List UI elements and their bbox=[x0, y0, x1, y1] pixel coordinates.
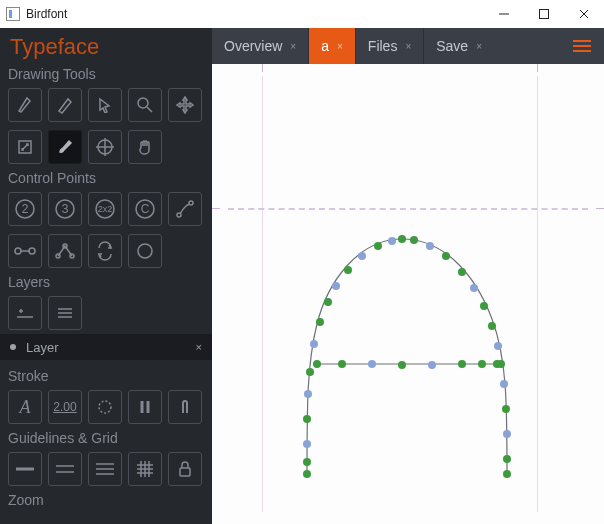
svg-rect-38 bbox=[180, 468, 190, 476]
close-icon[interactable]: × bbox=[405, 41, 411, 52]
cp-cubic[interactable]: 3 bbox=[48, 192, 82, 226]
layer-close-icon[interactable]: × bbox=[196, 341, 202, 353]
brand-title: Typeface bbox=[0, 28, 212, 64]
tab-save[interactable]: Save× bbox=[423, 28, 494, 64]
add-layer[interactable] bbox=[8, 296, 42, 330]
cp-reverse[interactable] bbox=[88, 234, 122, 268]
pointer-tool[interactable] bbox=[88, 88, 122, 122]
close-icon[interactable]: × bbox=[337, 41, 343, 52]
section-layers: Layers bbox=[0, 272, 212, 292]
guide-vertical bbox=[262, 76, 263, 512]
stroke-width-field[interactable]: 2.00 bbox=[48, 390, 82, 424]
svg-point-16 bbox=[15, 248, 21, 254]
app-icon bbox=[6, 7, 20, 21]
svg-point-4 bbox=[138, 98, 148, 108]
titlebar: Birdfont bbox=[0, 0, 604, 28]
svg-line-5 bbox=[147, 107, 152, 112]
move-tool[interactable] bbox=[168, 88, 202, 122]
glyph-canvas[interactable] bbox=[212, 64, 604, 524]
cp-convert[interactable]: C bbox=[128, 192, 162, 226]
stroke-cap-butt[interactable] bbox=[128, 390, 162, 424]
layer-row[interactable]: Layer × bbox=[0, 334, 212, 360]
glyph-path[interactable] bbox=[272, 204, 532, 508]
minimize-button[interactable] bbox=[484, 0, 524, 28]
layer-name: Layer bbox=[26, 340, 59, 355]
target-tool[interactable] bbox=[88, 130, 122, 164]
content-area: Overview× a× Files× Save× bbox=[212, 28, 604, 524]
section-guidelines: Guidelines & Grid bbox=[0, 428, 212, 448]
tab-bar: Overview× a× Files× Save× bbox=[212, 28, 604, 64]
close-icon[interactable]: × bbox=[476, 41, 482, 52]
pen-tool[interactable] bbox=[8, 88, 42, 122]
section-zoom: Zoom bbox=[0, 490, 212, 510]
svg-point-29 bbox=[99, 401, 111, 413]
cp-circle[interactable] bbox=[128, 234, 162, 268]
stroke-cap-round[interactable] bbox=[88, 390, 122, 424]
cp-linear[interactable] bbox=[8, 234, 42, 268]
guide-grid[interactable] bbox=[128, 452, 162, 486]
stroke-toggle[interactable]: A bbox=[8, 390, 42, 424]
guide-vertical bbox=[537, 76, 538, 512]
svg-point-18 bbox=[29, 248, 35, 254]
layer-list[interactable] bbox=[48, 296, 82, 330]
tab-files[interactable]: Files× bbox=[355, 28, 423, 64]
guide-baseline[interactable] bbox=[8, 452, 42, 486]
section-stroke: Stroke bbox=[0, 366, 212, 386]
menu-button[interactable] bbox=[560, 28, 604, 64]
svg-point-22 bbox=[138, 244, 152, 258]
tab-overview[interactable]: Overview× bbox=[212, 28, 308, 64]
sidebar: Typeface Drawing Tools Control Points 2 … bbox=[0, 28, 212, 524]
cp-double[interactable]: 2x2 bbox=[88, 192, 122, 226]
guide-lock[interactable] bbox=[168, 452, 202, 486]
close-icon[interactable]: × bbox=[290, 41, 296, 52]
close-button[interactable] bbox=[564, 0, 604, 28]
section-control-points: Control Points bbox=[0, 168, 212, 188]
cp-path[interactable] bbox=[168, 192, 202, 226]
pencil-tool[interactable] bbox=[48, 88, 82, 122]
brush-tool[interactable] bbox=[48, 130, 82, 164]
zoom-tool[interactable] bbox=[128, 88, 162, 122]
hand-tool[interactable] bbox=[128, 130, 162, 164]
stroke-cap-square[interactable] bbox=[168, 390, 202, 424]
section-drawing-tools: Drawing Tools bbox=[0, 64, 212, 84]
guide-two-lines[interactable] bbox=[48, 452, 82, 486]
layer-visibility-dot[interactable] bbox=[10, 344, 16, 350]
cp-symmetric[interactable] bbox=[48, 234, 82, 268]
svg-rect-1 bbox=[540, 10, 549, 19]
window-title: Birdfont bbox=[26, 7, 67, 21]
maximize-button[interactable] bbox=[524, 0, 564, 28]
tab-glyph-a[interactable]: a× bbox=[308, 28, 355, 64]
cp-quadratic[interactable]: 2 bbox=[8, 192, 42, 226]
guide-three-lines[interactable] bbox=[88, 452, 122, 486]
resize-tool[interactable] bbox=[8, 130, 42, 164]
